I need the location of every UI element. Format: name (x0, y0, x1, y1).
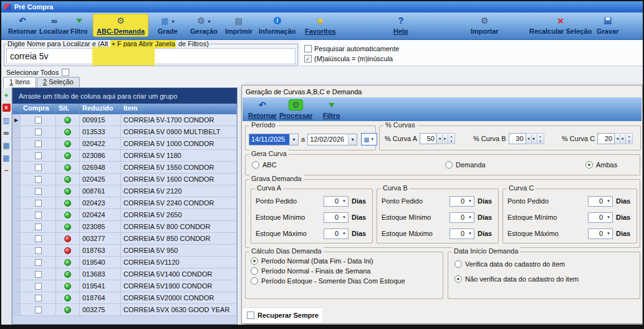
row-checkbox[interactable] (35, 188, 42, 195)
side-columns-icon[interactable]: ▥ (2, 116, 11, 124)
column-header-item[interactable]: Item (121, 104, 237, 114)
row-checkbox[interactable] (35, 200, 42, 207)
toolbar-button-geracao[interactable]: Geração (187, 14, 221, 36)
row-checkbox[interactable] (35, 129, 42, 135)
radio-calculo-2[interactable]: Período Estoque - Somente Dias Com Estoq… (251, 277, 405, 285)
spin-right-icon[interactable]: ▸ (620, 133, 626, 144)
side-remove-icon[interactable]: − (2, 166, 11, 174)
checkbox-icon[interactable] (304, 55, 312, 62)
row-checkbox[interactable] (35, 176, 42, 183)
row-checkbox[interactable] (35, 235, 42, 242)
table-row[interactable]: 020422CORREIA 5V 1000 CONDOR (12, 138, 237, 150)
table-row[interactable]: 003275CORREIA 5VX 0630 GOOD YEAR (12, 304, 237, 316)
radio-gera-curva-1[interactable]: Demanda (445, 161, 486, 169)
chevron-down-icon[interactable]: ▼ (466, 229, 474, 238)
demand-value-combo[interactable]: 0▼ (324, 228, 348, 239)
demand-value-combo[interactable]: 0▼ (449, 228, 474, 239)
table-row[interactable]: 020423CORREIA 5V 2240 CONDOR (12, 197, 237, 209)
toolbar-button-informacao[interactable]: Informação (256, 14, 299, 36)
demand-value-combo[interactable]: 0▼ (588, 228, 613, 239)
side-grid-find-icon[interactable]: ▩ (2, 154, 11, 162)
select-all-row[interactable]: Selecionar Todos (6, 69, 69, 76)
demand-value-combo[interactable]: 0▼ (324, 212, 348, 223)
calendar-button[interactable]: ▦▼ (361, 133, 377, 145)
column-header-sit[interactable]: Sit. (56, 104, 80, 114)
spin-left-icon[interactable]: ◂ (526, 133, 532, 144)
row-checkbox[interactable] (35, 164, 42, 171)
value-spinner[interactable]: 30◂▸▴▾ (509, 133, 544, 144)
row-checkbox[interactable] (35, 223, 42, 230)
table-row[interactable]: 020425CORREIA 5V 1600 CONDOR (12, 174, 237, 185)
row-checkbox[interactable] (35, 295, 42, 302)
demand-value-combo[interactable]: 0▼ (324, 196, 348, 207)
radio-data-inicio-1[interactable]: Não verifica data do cadastro do item (454, 275, 579, 283)
row-checkbox[interactable] (35, 307, 42, 313)
demand-value-combo[interactable]: 0▼ (449, 196, 474, 207)
dialog-toolbar-button-retornar[interactable]: Retornar (245, 99, 280, 120)
toolbar-button-importar[interactable]: Importar (468, 14, 502, 36)
tab-itens[interactable]: 1 Itens (3, 77, 36, 87)
row-checkbox[interactable] (35, 140, 42, 147)
date-from-combo[interactable]: 14/11/2025▼ (249, 134, 299, 145)
toolbar-button-help[interactable]: Help (390, 14, 411, 36)
table-row[interactable]: 008761CORREIA 5V 2120 (12, 185, 237, 197)
date-to-combo[interactable]: 12/02/2026▼ (307, 134, 357, 145)
value-spinner[interactable]: 20◂▸▴▾ (597, 133, 633, 144)
toolbar-button-abc-demanda[interactable]: ABC-Demanda (94, 14, 148, 36)
table-row[interactable]: 018763CORREIA 5V 950 (12, 245, 237, 257)
radio-data-inicio-0[interactable]: Verifica data do cadastro do item (454, 260, 579, 268)
row-checkbox[interactable] (35, 152, 42, 159)
chevron-down-icon[interactable]: ▼ (348, 134, 357, 145)
checkbox-icon[interactable] (304, 45, 312, 52)
table-row[interactable]: 020424CORREIA 5V 2650 (12, 209, 237, 221)
auto-search-option[interactable]: Pesquisar automaticamente (304, 45, 399, 52)
radio-calculo-0[interactable]: Período Normal (Data Fim - Data Ini) (251, 257, 405, 265)
table-row[interactable]: 023086CORREIA 5V 1180 (12, 150, 237, 162)
spin-right-icon[interactable]: ▸ (443, 133, 448, 144)
row-checkbox[interactable] (35, 212, 42, 219)
value-spinner[interactable]: 50◂▸▴▾ (420, 133, 455, 144)
radio-gera-curva-0[interactable]: ABC (252, 161, 277, 169)
side-binoculars-icon[interactable]: ∞ (2, 129, 11, 137)
toolbar-button-filtro[interactable]: Filtro (67, 14, 91, 36)
case-option[interactable]: (M)aiúscula = (m)inúscula (304, 55, 393, 62)
side-add-icon[interactable]: + (2, 91, 11, 99)
toolbar-button-imprimir[interactable]: Imprimir (222, 14, 256, 36)
chevron-down-icon[interactable]: ▼ (340, 197, 348, 206)
table-row[interactable]: 019541CORREIA 5V1900 CONDOR (12, 280, 237, 292)
row-checkbox[interactable] (35, 117, 42, 124)
toolbar-button-gravar[interactable]: Gravar (594, 14, 622, 36)
spin-right-icon[interactable]: ▸ (532, 133, 537, 144)
toolbar-button-grade[interactable]: Grade (155, 14, 181, 36)
row-checkbox[interactable] (35, 283, 42, 290)
radio-gera-curva-2[interactable]: Ambas (585, 161, 617, 169)
row-checkbox[interactable] (35, 271, 42, 278)
column-header-compra[interactable]: Compra (21, 104, 56, 114)
spin-left-icon[interactable]: ◂ (437, 133, 443, 144)
chevron-down-icon[interactable] (207, 17, 211, 24)
chevron-down-icon[interactable]: ▼ (605, 197, 612, 206)
table-row[interactable]: 019540CORREIA 5V1120 (12, 257, 237, 268)
dialog-toolbar-button-processar[interactable]: Processar (276, 99, 315, 120)
chevron-down-icon[interactable]: ▼ (605, 229, 612, 238)
spin-updown-icon[interactable]: ▴▾ (448, 133, 455, 144)
select-all-checkbox[interactable] (62, 69, 69, 76)
table-row[interactable]: 013533CORREIA 5V 0900 MULTIBELT (12, 126, 237, 138)
chevron-down-icon[interactable] (171, 17, 175, 24)
column-header-reduzido[interactable]: Reduzido (80, 104, 121, 114)
table-row[interactable]: ▶009915CORREIA 5V-1700 CONDOR (12, 114, 237, 126)
spin-updown-icon[interactable]: ▴▾ (626, 133, 633, 144)
chevron-down-icon[interactable]: ▼ (605, 213, 612, 222)
demand-value-combo[interactable]: 0▼ (588, 196, 613, 207)
demand-value-combo[interactable]: 0▼ (588, 212, 613, 223)
radio-calculo-1[interactable]: Período Normal - Finais de Semana (251, 267, 405, 275)
toolbar-button-favoritos[interactable]: Favoritos (302, 14, 339, 36)
chevron-down-icon[interactable]: ▼ (289, 134, 298, 145)
chevron-down-icon[interactable]: ▼ (466, 213, 474, 222)
side-table-icon[interactable]: ▦ (2, 141, 11, 149)
table-row[interactable]: 018764CORREIA 5V2000I CONDOR (12, 292, 237, 304)
toolbar-button-retornar[interactable]: Retornar (5, 14, 40, 36)
table-row[interactable]: 013683CORREIA 5V1400 CONDOR (12, 268, 237, 280)
title-bar[interactable]: Pré Compra (1, 1, 643, 12)
toolbar-button-recalcular-selecao[interactable]: Recalcular Seleção (526, 14, 595, 36)
